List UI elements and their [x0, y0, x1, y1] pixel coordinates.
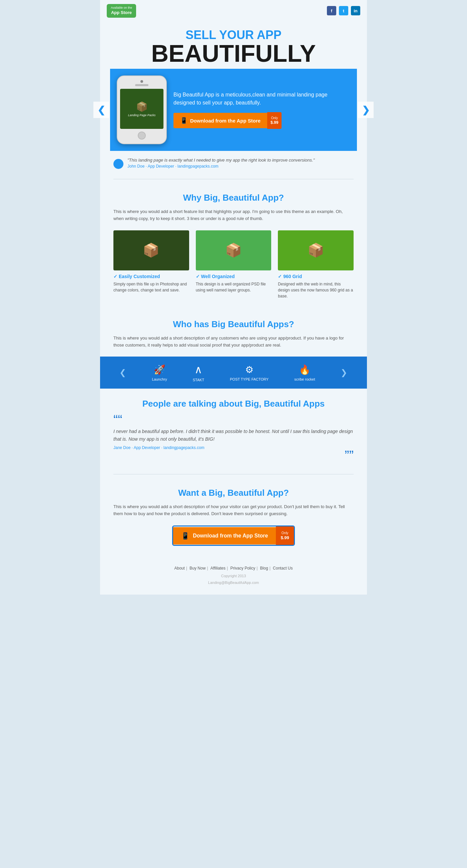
phone-screen-label: Landing Page Packs [128, 114, 156, 117]
header: Available on the App Store f t in [100, 0, 367, 22]
hero-title-section: SELL YOUR APP BEAUTIFULLY [100, 22, 367, 69]
feature-img-1: 📦 [113, 230, 189, 271]
phone-camera [140, 80, 143, 83]
footer-affiliates[interactable]: Affiliates [210, 566, 226, 570]
talking-quote-text: I never had a beautiful app before. I di… [113, 428, 354, 443]
feature-img-2: 📦 [196, 230, 271, 271]
divider2 [113, 474, 354, 474]
client-icon-2: ∧ [195, 363, 202, 376]
feature-desc-2: This design is a well organized PSD file… [196, 281, 271, 293]
who-section-title: Who has Big Beautiful Apps? [113, 319, 354, 330]
talking-author: Jane Doe · App Developer · landingpagepa… [113, 445, 354, 450]
clients-banner: ❮ 🚀 Launchry ∧ STAKT ⚙ POST TYPE FACTORY… [100, 356, 367, 389]
page-wrapper: Available on the App Store f t in SELL Y… [100, 0, 367, 595]
hero-line2: BEAUTIFULLY [107, 41, 360, 65]
footer-privacy[interactable]: Privacy Policy [230, 566, 255, 570]
store-text: App Store [111, 10, 132, 16]
cta-download-button[interactable]: 📱 Download from the App Store [173, 527, 276, 545]
feature-item-3: 📦 960 Grid Designed with the web in mind… [278, 230, 354, 299]
why-section-title: Why Big, Beautiful App? [113, 193, 354, 203]
close-quote-icon: ”” [113, 450, 354, 461]
phone-mockup: 📦 Landing Page Packs [117, 75, 167, 144]
banner-content: Big Beautiful App is a meticulous,clean … [173, 91, 350, 129]
client-name-4: scribe rocket [294, 377, 315, 381]
footer-about[interactable]: About [174, 566, 185, 570]
cta-title: Want a Big, Beautiful App? [113, 488, 354, 498]
price-value: $.99 [270, 120, 278, 125]
twitter-icon[interactable]: t [339, 6, 348, 16]
phone-outer: 📦 Landing Page Packs [117, 75, 167, 144]
footer-copyright: Copyright 2013 [113, 574, 354, 578]
facebook-icon[interactable]: f [327, 6, 336, 16]
footer-buy-now[interactable]: Buy Now [190, 566, 205, 570]
testimonial1-content: "This landing page is exactly what I nee… [127, 158, 314, 168]
feature-title-1: Easily Customized [113, 274, 189, 279]
feature-icon-2: 📦 [225, 242, 242, 258]
talking-section: People are talking about Big, Beautiful … [100, 389, 367, 471]
talking-section-title: People are talking about Big, Beautiful … [113, 399, 354, 409]
cta-price-value: $.99 [280, 535, 289, 540]
cta-price-label: Only [280, 531, 289, 535]
footer-blog[interactable]: Blog [260, 566, 268, 570]
phone-speaker [135, 84, 148, 86]
feature-title-2: Well Organized [196, 274, 271, 279]
banner-description: Big Beautiful App is a meticulous,clean … [173, 91, 350, 107]
linkedin-icon[interactable]: in [351, 6, 360, 16]
client-logo-2: ∧ STAKT [193, 363, 204, 382]
copyright-text: Copyright 2013 [221, 574, 246, 578]
footer-contact[interactable]: Contact Us [273, 566, 293, 570]
feature-item-1: 📦 Easily Customized Simply open this fil… [113, 230, 189, 299]
feature-desc-3: Designed with the web in mind, this desi… [278, 281, 354, 299]
available-text: Available on the [111, 6, 132, 10]
phone-screen: 📦 Landing Page Packs [120, 89, 163, 129]
app-store-badge[interactable]: Available on the App Store [107, 4, 136, 18]
cta-download-label: Download from the App Store [193, 533, 268, 539]
footer: About| Buy Now| Affiliates| Privacy Poli… [100, 556, 367, 595]
testimonial1-quote: "This landing page is exactly what I nee… [127, 158, 314, 163]
client-icon-4: 🔥 [299, 364, 310, 375]
client-icon-3: ⚙ [245, 364, 254, 375]
talking-quote-content: I never had a beautiful app before. I di… [113, 429, 353, 441]
testimonial1-author: John Doe · App Developer · landingpagepa… [127, 164, 314, 168]
feature-item-2: 📦 Well Organized This design is a well o… [196, 230, 271, 299]
clients-container: ❮ 🚀 Launchry ∧ STAKT ⚙ POST TYPE FACTORY… [100, 356, 367, 389]
client-logo-1: 🚀 Launchry [152, 364, 167, 381]
feature-desc-1: Simply open this file up in Photoshop an… [113, 281, 189, 293]
client-name-3: POST TYPE FACTORY [230, 377, 269, 381]
client-name-1: Launchry [152, 377, 167, 381]
clients-prev-arrow[interactable]: ❮ [120, 368, 126, 377]
banner-next-arrow[interactable]: ❯ [358, 102, 374, 118]
client-logo-4: 🔥 scribe rocket [294, 364, 315, 381]
speech-bubble-icon [113, 159, 124, 169]
download-app-store-button[interactable]: 📱 Download from the App Store [173, 113, 267, 128]
open-quote-icon: ““ [113, 414, 354, 425]
phone-app-illustration: 📦 [136, 101, 148, 112]
why-section: Why Big, Beautiful App? This is where yo… [100, 183, 367, 309]
footer-site: Landing@BigBeautifulApp.com [113, 581, 354, 585]
client-name-2: STAKT [193, 378, 204, 382]
cta-desc: This is where you would add a short desc… [113, 503, 354, 518]
why-section-desc: This is where you would add a short feat… [113, 208, 354, 222]
divider1 [113, 179, 354, 179]
social-icons: f t in [327, 6, 360, 16]
who-section: Who has Big Beautiful Apps? This is wher… [100, 309, 367, 349]
clients-next-arrow[interactable]: ❯ [341, 368, 347, 377]
client-logo-3: ⚙ POST TYPE FACTORY [230, 364, 269, 381]
price-label: Only [270, 116, 278, 120]
client-icon-1: 🚀 [154, 364, 165, 375]
feature-title-3: 960 Grid [278, 274, 354, 279]
cta-phone-icon: 📱 [181, 532, 190, 540]
download-btn-label: Download from the App Store [190, 118, 261, 124]
phone-home-btn [138, 131, 146, 140]
testimonial1: "This landing page is exactly what I nee… [100, 151, 367, 176]
banner-prev-arrow[interactable]: ❮ [93, 102, 109, 118]
hero-line1: SELL YOUR APP [107, 28, 360, 42]
feature-icon-1: 📦 [143, 242, 160, 258]
feature-img-3: 📦 [278, 230, 354, 271]
download-btn-wrapper: 📱 Download from the App Store Only $.99 [173, 112, 281, 129]
cta-section: Want a Big, Beautiful App? This is where… [100, 478, 367, 556]
blue-banner: 📦 Landing Page Packs Big Beautiful App i… [110, 69, 357, 151]
who-section-desc: This is where you would add a short desc… [113, 335, 354, 349]
download-price-badge: Only $.99 [267, 112, 281, 129]
cta-download-wrapper: 📱 Download from the App Store Only $.99 [172, 525, 295, 546]
